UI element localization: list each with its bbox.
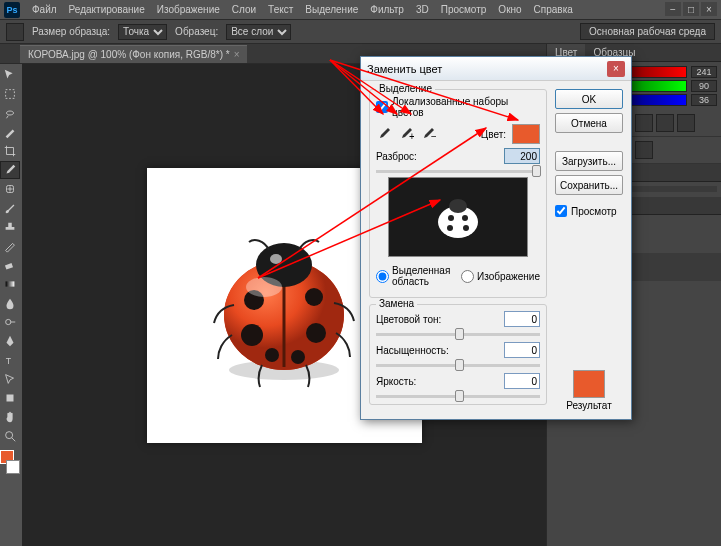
document-tab[interactable]: КОРОВА.jpg @ 100% (Фон копия, RGB/8*) * …: [20, 45, 247, 63]
pen-tool[interactable]: [0, 332, 20, 350]
path-select-tool[interactable]: [0, 370, 20, 388]
hand-tool[interactable]: [0, 408, 20, 426]
menu-3d[interactable]: 3D: [416, 4, 429, 15]
menu-bar: Ps Файл Редактирование Изображение Слои …: [0, 0, 721, 20]
svg-point-14: [305, 288, 323, 306]
eyedropper-icon[interactable]: [376, 126, 392, 142]
selection-fieldset: Выделение Локализованные наборы цветов +…: [369, 89, 547, 298]
dodge-tool[interactable]: [0, 313, 20, 331]
lightness-input[interactable]: [504, 373, 540, 389]
load-button[interactable]: Загрузить...: [555, 151, 623, 171]
menu-text[interactable]: Текст: [268, 4, 293, 15]
fuzziness-input[interactable]: [504, 148, 540, 164]
dialog-close-button[interactable]: ×: [607, 61, 625, 77]
svg-point-16: [306, 323, 326, 343]
g-value[interactable]: 90: [691, 80, 717, 92]
crop-tool[interactable]: [0, 142, 20, 160]
move-tool[interactable]: [0, 66, 20, 84]
dialog-title: Заменить цвет: [367, 63, 442, 75]
b-value[interactable]: 36: [691, 94, 717, 106]
menu-select[interactable]: Выделение: [305, 4, 358, 15]
svg-point-15: [241, 324, 263, 346]
lasso-tool[interactable]: [0, 104, 20, 122]
eyedropper-tool[interactable]: [0, 161, 20, 179]
preview-checkbox[interactable]: [555, 205, 567, 217]
background-color-swatch[interactable]: [6, 460, 20, 474]
window-minimize-button[interactable]: −: [665, 2, 681, 16]
sample-size-select[interactable]: Точка: [118, 24, 167, 40]
svg-point-7: [6, 432, 13, 439]
menu-layers[interactable]: Слои: [232, 4, 256, 15]
document-tab-close[interactable]: ×: [234, 49, 240, 60]
marquee-tool[interactable]: [0, 85, 20, 103]
fuzziness-slider[interactable]: [376, 170, 540, 173]
cancel-button[interactable]: Отмена: [555, 113, 623, 133]
hue-input[interactable]: [504, 311, 540, 327]
svg-point-24: [448, 215, 454, 221]
svg-point-25: [462, 215, 468, 221]
svg-point-19: [246, 277, 282, 297]
brush-tool[interactable]: [0, 199, 20, 217]
preview-checkbox-row[interactable]: Просмотр: [555, 205, 623, 217]
replace-legend: Замена: [376, 298, 417, 309]
active-tool-icon[interactable]: [6, 23, 24, 41]
color-swatch[interactable]: [512, 124, 540, 144]
localized-checkbox-row[interactable]: Локализованные наборы цветов: [376, 96, 540, 118]
workspace-switcher[interactable]: Основная рабочая среда: [580, 23, 715, 40]
r-value[interactable]: 241: [691, 66, 717, 78]
adj-icon-7[interactable]: [677, 114, 695, 132]
heal-tool[interactable]: [0, 180, 20, 198]
eyedropper-minus-icon[interactable]: −: [420, 126, 436, 142]
hue-slider[interactable]: [376, 333, 540, 336]
eraser-tool[interactable]: [0, 256, 20, 274]
menu-file[interactable]: Файл: [32, 4, 57, 15]
adj-icon-6[interactable]: [656, 114, 674, 132]
radio-image[interactable]: Изображение: [461, 265, 540, 287]
color-swatches[interactable]: [0, 450, 20, 474]
ladybug-image: [194, 215, 374, 395]
shape-tool[interactable]: [0, 389, 20, 407]
app-logo: Ps: [4, 2, 20, 18]
localized-checkbox[interactable]: [376, 101, 388, 113]
menu-help[interactable]: Справка: [534, 4, 573, 15]
svg-text:T: T: [6, 356, 12, 366]
result-swatch[interactable]: [573, 370, 605, 398]
save-button[interactable]: Сохранить...: [555, 175, 623, 195]
lightness-label: Яркость:: [376, 376, 456, 387]
replace-color-dialog: Заменить цвет × Выделение Локализованные…: [360, 56, 632, 420]
sample-select[interactable]: Все слои: [226, 24, 291, 40]
options-bar: Размер образца: Точка Образец: Все слои …: [0, 20, 721, 44]
adj-icon-12[interactable]: [635, 141, 653, 159]
type-tool[interactable]: T: [0, 351, 20, 369]
toolbox: T: [0, 64, 22, 476]
saturation-slider[interactable]: [376, 364, 540, 367]
adj-icon-5[interactable]: [635, 114, 653, 132]
radio-selection[interactable]: Выделенная область: [376, 265, 451, 287]
dialog-titlebar[interactable]: Заменить цвет ×: [361, 57, 631, 81]
menu-view[interactable]: Просмотр: [441, 4, 487, 15]
window-close-button[interactable]: ×: [701, 2, 717, 16]
lightness-slider[interactable]: [376, 395, 540, 398]
menu-image[interactable]: Изображение: [157, 4, 220, 15]
svg-point-27: [463, 225, 469, 231]
history-brush-tool[interactable]: [0, 237, 20, 255]
eyedropper-plus-icon[interactable]: +: [398, 126, 414, 142]
saturation-label: Насыщенность:: [376, 345, 456, 356]
blur-tool[interactable]: [0, 294, 20, 312]
menu-filter[interactable]: Фильтр: [370, 4, 404, 15]
color-label: Цвет:: [481, 129, 506, 140]
svg-rect-2: [5, 263, 13, 270]
saturation-input[interactable]: [504, 342, 540, 358]
gradient-tool[interactable]: [0, 275, 20, 293]
svg-point-17: [265, 348, 279, 362]
menu-edit[interactable]: Редактирование: [69, 4, 145, 15]
fuzziness-label: Разброс:: [376, 151, 456, 162]
zoom-tool[interactable]: [0, 427, 20, 445]
wand-tool[interactable]: [0, 123, 20, 141]
preview-label: Просмотр: [571, 206, 617, 217]
svg-rect-3: [6, 281, 15, 286]
window-maximize-button[interactable]: □: [683, 2, 699, 16]
ok-button[interactable]: OK: [555, 89, 623, 109]
stamp-tool[interactable]: [0, 218, 20, 236]
menu-window[interactable]: Окно: [498, 4, 521, 15]
